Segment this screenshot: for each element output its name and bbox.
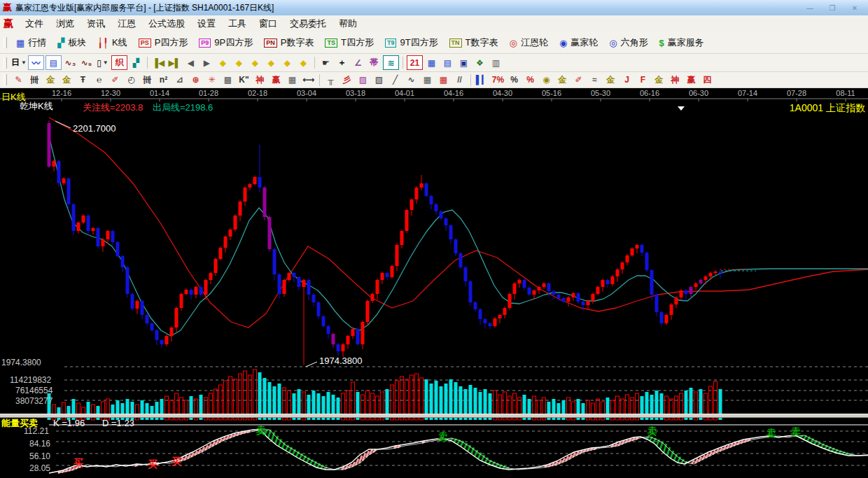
shen-tool[interactable]: 神 xyxy=(253,73,267,87)
ying-tool[interactable]: 赢 xyxy=(269,73,284,87)
menu-window[interactable]: 窗口 xyxy=(253,15,284,32)
zigzag-tool[interactable]: 〰 xyxy=(28,55,44,70)
hand-tool[interactable]: ☛ xyxy=(318,56,333,69)
menu-gann[interactable]: 江恩 xyxy=(111,15,142,32)
wave-9-tool[interactable]: ∿₉ xyxy=(79,56,94,69)
fan-box-dark-tool[interactable]: ▧ xyxy=(372,73,386,87)
brush-tool[interactable]: ✎ xyxy=(11,73,26,87)
span-measure-tool[interactable]: ⟷ xyxy=(301,73,316,87)
star-web-tool[interactable]: ✳ xyxy=(204,73,219,87)
notepad-tool[interactable]: ▤ xyxy=(440,56,455,69)
gold-ratio-tool-2[interactable]: 金 xyxy=(59,73,74,87)
fan-lines-tool[interactable]: 彡 xyxy=(340,73,354,87)
comb-tool[interactable]: 卌 xyxy=(140,73,155,87)
close-button[interactable]: ✕ xyxy=(848,3,861,13)
goto-first-button[interactable]: ▐◀ xyxy=(151,56,166,69)
toolbar-button-板块[interactable]: ▞板块 xyxy=(52,34,92,51)
web-grid-tool[interactable]: ▩ xyxy=(220,73,235,87)
menu-settings[interactable]: 设置 xyxy=(191,15,222,32)
toolbar-button-P数字表[interactable]: PNP数字表 xyxy=(258,34,319,51)
toolbar-button-六角形[interactable]: ◎六角形 xyxy=(603,34,653,51)
toolbar-button-赢家服务[interactable]: $赢家服务 xyxy=(654,34,710,51)
grid-123-tool[interactable]: ▦ xyxy=(285,73,300,87)
diamond-right-button[interactable]: ◆ xyxy=(232,56,246,69)
calendar-tool[interactable]: 21 xyxy=(407,55,423,70)
chart-canvas[interactable]: 买买买卖卖卖卖卖 日K线 12-1612-3001-1401-2802-1803… xyxy=(0,88,868,478)
diamond-hspan-button[interactable]: ◆ xyxy=(248,56,262,69)
menu-browse[interactable]: 浏览 xyxy=(50,15,80,32)
trend-pen-tool[interactable]: ╱ xyxy=(388,73,402,87)
gold-slash-tool[interactable]: 金 xyxy=(652,73,666,87)
diamond-left-button[interactable]: ◆ xyxy=(216,56,230,69)
shen-slash-tool[interactable]: 神 xyxy=(668,73,682,87)
angle-ruler-tool[interactable]: ⊿ xyxy=(172,73,187,87)
fan-box-tool[interactable]: ▨ xyxy=(356,73,370,87)
menu-tools[interactable]: 工具 xyxy=(222,15,253,32)
h-frame-tool[interactable]: ╥ xyxy=(323,73,338,87)
toolbar-button-9P四方形[interactable]: P99P四方形 xyxy=(193,34,258,51)
pattern-tool[interactable]: 织 xyxy=(111,55,127,70)
menu-file[interactable]: 文件 xyxy=(19,15,50,32)
title-bar[interactable]: 赢 赢家江恩专业版[赢家内部服务平台] - [上证指数 SH1A0001-167… xyxy=(0,0,868,16)
k-mark-tool[interactable]: K" xyxy=(237,73,251,87)
menu-help[interactable]: 帮助 xyxy=(332,15,363,32)
toolbar-grip[interactable] xyxy=(4,74,7,85)
compass-tool[interactable]: ⊕ xyxy=(188,73,203,87)
toolbar-button-行情[interactable]: ▦行情 xyxy=(10,34,52,51)
toolbar-button-K线[interactable]: ╽╿K线 xyxy=(92,34,132,51)
mark-pen-tool[interactable]: ✐ xyxy=(571,73,586,87)
crosshair-tool[interactable]: ＋ xyxy=(335,56,349,69)
toolbar-button-T数字表[interactable]: TNT数字表 xyxy=(444,34,504,51)
diamond-star-button[interactable]: ◆ xyxy=(280,56,295,69)
gold-line-tool[interactable]: 金 xyxy=(555,73,570,87)
area-select-tool[interactable]: ≋ xyxy=(383,55,399,70)
toolbar-button-P四方形[interactable]: PSP四方形 xyxy=(133,34,194,51)
gold-angle-tool[interactable]: 金 xyxy=(603,73,618,87)
grid-red-tool[interactable]: ▦ xyxy=(436,73,451,87)
f-line-tool[interactable]: F xyxy=(636,73,650,87)
goto-last-button[interactable]: ▶▌ xyxy=(167,56,182,69)
gann-comb-tool[interactable]: 卌 xyxy=(27,73,42,87)
network-tool[interactable]: ❖ xyxy=(472,56,487,69)
next-button[interactable]: ▶ xyxy=(200,56,214,69)
slash-lines-tool[interactable]: // xyxy=(452,73,467,87)
toolbar-button-江恩轮[interactable]: ◎江恩轮 xyxy=(504,34,554,51)
maximize-button[interactable]: ❐ xyxy=(826,3,839,13)
menu-formula-stock-pick[interactable]: 公式选股 xyxy=(142,15,191,32)
toolbar-grip[interactable] xyxy=(4,57,7,69)
menu-trade[interactable]: 交易委托 xyxy=(284,15,332,32)
percent-tool[interactable]: % xyxy=(507,73,522,87)
grid-tool[interactable]: ▦ xyxy=(420,73,435,87)
ying-slash-tool[interactable]: 赢 xyxy=(684,73,699,87)
diamond-cross-button[interactable]: ◆ xyxy=(264,56,279,69)
spiral-tool[interactable]: ℮ xyxy=(92,73,106,87)
menu-news[interactable]: 资讯 xyxy=(80,15,111,32)
gold-ratio-tool-1[interactable]: 金 xyxy=(43,73,58,87)
histogram-tool[interactable]: ▞ xyxy=(129,56,144,69)
gold-circle-tool[interactable]: ◉ xyxy=(539,73,554,87)
red-brush-tool[interactable]: ✐ xyxy=(108,73,122,87)
minimize-button[interactable]: — xyxy=(804,3,816,13)
toolbar-grip[interactable] xyxy=(4,37,7,48)
percent-line-tool[interactable]: % xyxy=(523,73,538,87)
gann-flag-tool[interactable]: 帯 xyxy=(367,56,382,69)
wave-band-tool[interactable]: ≈ xyxy=(587,73,602,87)
n-square-tool[interactable]: n² xyxy=(156,73,171,87)
prev-button[interactable]: ◀ xyxy=(183,56,198,69)
wave-check-tool[interactable]: ∿ xyxy=(404,73,419,87)
save-tool[interactable]: ▣ xyxy=(456,56,471,69)
toolbar-button-T四方形[interactable]: TST四方形 xyxy=(319,34,379,51)
j-line-tool[interactable]: J xyxy=(620,73,634,87)
remote-pc-tool[interactable]: ▥ xyxy=(489,56,503,69)
wave-3-tool[interactable]: ∿₃ xyxy=(63,56,78,69)
bar-compare-tool[interactable]: ▌▎ xyxy=(475,73,489,87)
toolbar-button-赢家轮[interactable]: ◉赢家轮 xyxy=(554,34,603,51)
diamond-plus-button[interactable]: ◆ xyxy=(296,56,311,69)
cycle-clock-tool[interactable]: ◴ xyxy=(124,73,139,87)
angle-measure-tool[interactable]: ∠ xyxy=(351,56,365,69)
candle-style-tool[interactable]: ▯▼ xyxy=(95,56,110,69)
toolbar-button-9T四方形[interactable]: T99T四方形 xyxy=(379,34,444,51)
kline-style-dropdown[interactable]: 日▼ xyxy=(11,56,27,69)
four-slash-tool[interactable]: 四 xyxy=(700,73,715,87)
percent-7-tool[interactable]: 7% xyxy=(491,73,505,87)
